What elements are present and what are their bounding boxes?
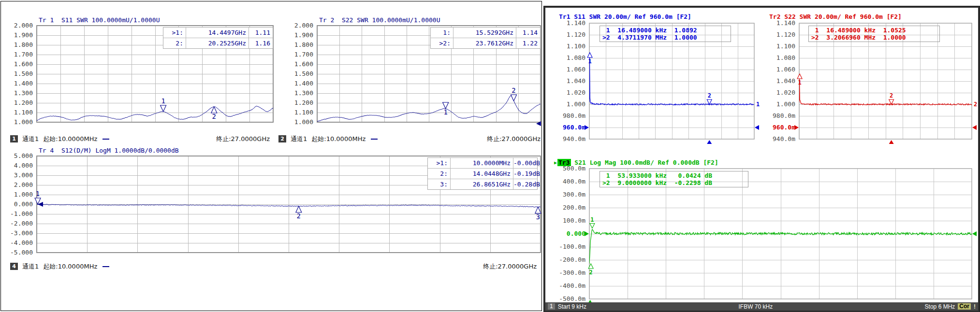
y-axis-label: 1.080 <box>556 54 585 61</box>
channel-status-row-tr4: 4 通道1 起始:10.0000MHz 终止:27.0000GHz <box>10 262 537 270</box>
y-axis-label: 1.120 <box>766 31 795 38</box>
chart-title: Tr 2 S22 SWR 100.0000mU/1.0000U <box>319 17 440 24</box>
y-axis-label: 1.100 <box>556 43 585 50</box>
marker-readout-cell: 14.4497GHz <box>186 28 249 38</box>
marker-readout-table: >1:10.0000MHz-0.00dB 2:14.0448GHz-0.19dB… <box>427 157 538 190</box>
correction-badge: Cor <box>958 303 971 310</box>
marker-readout-cell: 14.0448GHz <box>450 169 513 179</box>
y-axis-label: 1.600 <box>288 60 313 68</box>
y-axis-label: 940.0m <box>556 135 585 142</box>
start-frequency-label: Start 9 kHz <box>558 303 586 310</box>
marker-readout-row: 2:20.2525GHz1.16 <box>163 38 273 48</box>
y-axis-label: 1.900 <box>8 31 33 39</box>
marker-readout-box: 1 53.933000 kHz 0.0424 dB>2 9.0000000 kH… <box>600 171 748 187</box>
y-axis-label: -5.000 <box>8 249 33 256</box>
y-axis-label: -500.0m <box>556 295 585 302</box>
chart-title: Tr 1 S11 SWR 100.0000mU/1.0000U <box>39 17 160 24</box>
trace-line-icon <box>102 139 109 140</box>
start-frequency-label: 起始:10.0000MHz <box>311 135 366 143</box>
marker-readout-cell: 1.11 <box>249 28 273 38</box>
marker-readout-cell: 20.2525GHz <box>186 38 249 48</box>
y-axis-label: 1.120 <box>556 31 585 38</box>
marker-readout-cell: 2: <box>163 38 186 48</box>
y-axis-label: -2.000 <box>8 220 33 227</box>
marker-readout-cell: >2: <box>431 38 453 48</box>
y-axis-label: 1.700 <box>8 51 33 58</box>
y-axis-label: 1.500 <box>8 70 33 77</box>
marker-readout-row: 1 16.489000 kHz 1.0525 <box>809 27 939 34</box>
active-trace-arrow-icon: ▶ <box>554 160 557 165</box>
y-axis-label: -400.0m <box>556 282 585 289</box>
y-axis-label: 1.000 <box>8 191 33 198</box>
y-axis-label: 1.400 <box>288 80 313 87</box>
marker-readout-box: 1 16.489000 kHz 1.0892>2 4.3711970 MHz 1… <box>600 26 731 42</box>
channel-number-badge: 1 <box>548 303 555 310</box>
marker-readout-row: 3:26.8651GHz-0.28dB <box>428 179 537 189</box>
marker-readout-row: >1:14.4497GHz1.11 <box>163 28 273 38</box>
y-axis-label: 1.100 <box>8 109 33 116</box>
marker-readout-row: 2:14.0448GHz-0.19dB <box>428 168 537 179</box>
y-axis-label: 1.600 <box>8 60 33 68</box>
y-axis-label: -300.0m <box>556 269 585 276</box>
trace-line-icon <box>102 266 109 267</box>
y-axis-label: -1.000 <box>8 210 33 217</box>
marker-readout-row: >2:23.7612GHz1.22 <box>431 38 540 48</box>
y-axis-label: 1.100 <box>766 43 795 50</box>
marker-readout-cell: 26.8651GHz <box>450 179 513 189</box>
marker-readout-row: >1:10.0000MHz-0.00dB <box>428 158 537 168</box>
y-axis-label: -4.000 <box>8 239 33 246</box>
start-frequency-label: 起始:10.0000MHz <box>43 262 97 271</box>
y-axis-label: -100.0m <box>556 243 585 250</box>
y-axis-label: 940.0m <box>766 135 795 142</box>
y-axis-label: 2.000 <box>288 22 313 29</box>
y-axis-label: 1.400 <box>8 80 33 87</box>
y-axis-label: 100.0m <box>556 217 585 224</box>
channel-label: 通道1 <box>22 262 39 271</box>
channel-info-group: 1 通道1 起始:10.0000MHz <box>10 135 109 143</box>
stop-frequency-label: 终止:27.0000GHz <box>216 135 270 143</box>
marker-readout-cell: -0.28dB <box>513 179 537 189</box>
marker-readout-cell: 1.14 <box>516 28 540 38</box>
marker-readout-cell: -0.00dB <box>513 158 537 168</box>
y-axis-label: 400.0m <box>556 178 585 185</box>
marker-readout-cell: 1.22 <box>516 38 540 48</box>
y-axis-label: 2.000 <box>8 22 33 29</box>
warning-icon: ! <box>974 303 976 310</box>
marker-readout-row: 1 53.933000 kHz 0.0424 dB <box>600 172 748 179</box>
y-axis-label: 1.800 <box>8 41 33 48</box>
y-axis-label: 960.0m <box>766 124 795 131</box>
trace-number-badge: 2 <box>278 135 286 142</box>
y-axis-label: 1.900 <box>288 31 313 39</box>
trace-number-badge: 4 <box>10 263 18 270</box>
y-axis-label: 980.0m <box>556 112 585 119</box>
marker-readout-row: 1:15.5292GHz1.14 <box>431 28 540 38</box>
y-axis-label: 1.040 <box>556 77 585 85</box>
y-axis-label: 1.300 <box>8 89 33 97</box>
channel-info-group: 2 通道1 起始:10.0000MHz <box>278 135 378 143</box>
marker-readout-cell: 23.7612GHz <box>453 38 516 48</box>
stop-frequency-label: Stop 6 MHz <box>925 303 955 310</box>
trace-line-icon <box>371 139 378 140</box>
y-axis-label: 1.000 <box>8 118 33 126</box>
stop-frequency-label: 终止:27.0000GHz <box>487 135 541 143</box>
y-axis-label: -200.0m <box>556 256 585 263</box>
marker-readout-box: 1 16.489000 kHz 1.0525>2 3.2066960 MHz 1… <box>808 26 940 42</box>
chart-title: Tr1 S11 SWR 20.00m/ Ref 960.0m [F2] <box>559 14 691 20</box>
y-axis-label: 1.300 <box>288 89 313 97</box>
stop-frequency-label: 终止:27.0000GHz <box>483 262 537 271</box>
y-axis-label: 1.000 <box>556 100 585 108</box>
marker-readout-cell: 1.16 <box>249 38 273 48</box>
marker-readout-cell: 2: <box>428 169 450 179</box>
channel-label: 通道1 <box>291 135 307 143</box>
marker-readout-cell: >1: <box>163 28 186 38</box>
y-axis-label: 3.000 <box>8 171 33 179</box>
y-axis-label: 1.200 <box>288 99 313 106</box>
marker-readout-cell: >1: <box>428 158 450 168</box>
y-axis-label: 960.0m <box>556 124 585 131</box>
channel-status-row-tr2: 2 通道1 起始:10.0000MHz 终止:27.0000GHz <box>278 135 541 143</box>
y-axis-label: 1.140 <box>556 19 585 27</box>
marker-readout-row: >2 9.0000000 kHz -0.2298 dB <box>600 179 748 186</box>
y-axis-label: 1.140 <box>766 19 795 27</box>
y-axis-label: 1.800 <box>288 41 313 48</box>
channel-label: 通道1 <box>22 135 39 143</box>
